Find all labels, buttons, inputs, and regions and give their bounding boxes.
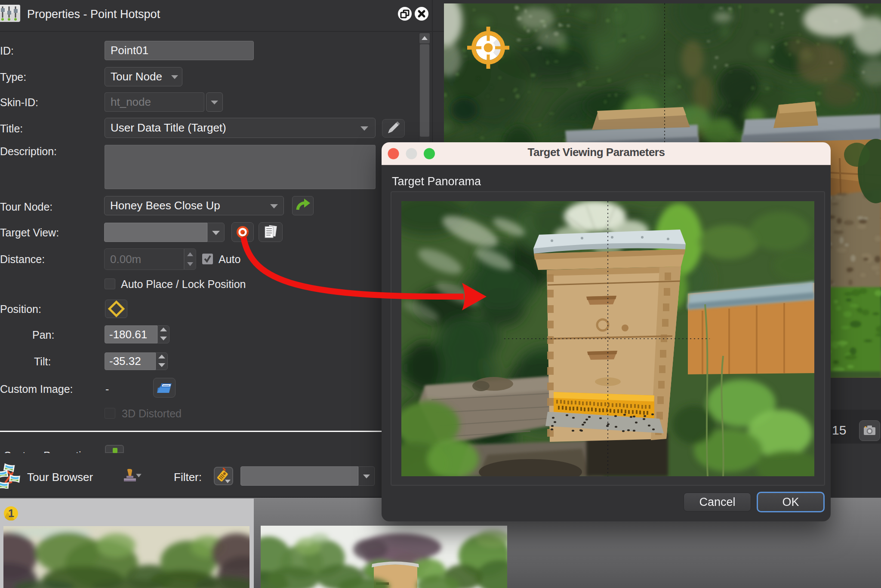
svg-text:1: 1 [8, 507, 14, 519]
